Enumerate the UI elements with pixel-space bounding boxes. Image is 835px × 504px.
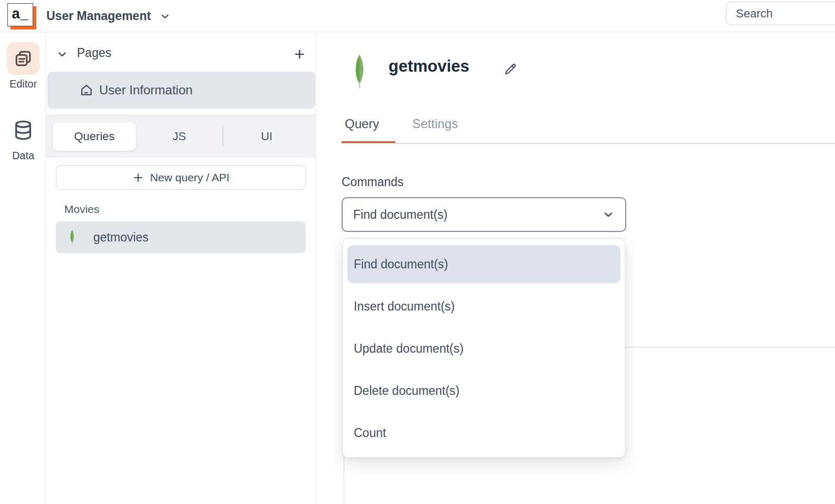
commands-label: Commands [342,175,404,189]
top-bar: a_ User Management [0,0,835,32]
sidebar-tab-strip: Queries JS UI [46,114,316,158]
home-icon [79,83,94,98]
pages-title: Pages [77,46,111,60]
query-header: getmovies [316,32,835,111]
app-name: User Management [46,9,151,23]
mongodb-leaf-icon [68,229,76,246]
pages-header: Pages + [46,42,316,67]
left-rail: Editor Data [0,32,46,504]
page-item-user-information[interactable]: User Information [47,72,315,109]
new-query-button[interactable]: New query / API [56,165,306,190]
query-title: getmovies [389,57,469,76]
query-settings-tabs: Query Settings [316,111,835,144]
tab-ui[interactable]: UI [224,130,310,143]
chevron-down-icon [159,11,171,22]
edit-name-pencil-icon[interactable] [502,61,518,77]
tabs-divider [342,143,835,144]
tab-queries[interactable]: Queries [53,122,136,151]
commands-select-value: Find document(s) [353,208,602,222]
tab-query[interactable]: Query [345,117,379,131]
rail-label-data: Data [12,150,34,162]
dropdown-option-insert[interactable]: Insert document(s) [347,287,620,325]
search-input[interactable] [726,2,835,25]
tab-js[interactable]: JS [136,130,222,143]
query-item-label: getmovies [93,230,149,245]
pages-collapse-chevron-icon[interactable] [56,48,69,61]
app-logo[interactable]: a_ [7,3,36,30]
rail-label-editor: Editor [9,78,37,90]
dropdown-option-update[interactable]: Update document(s) [347,329,620,367]
mongodb-leaf-icon [350,50,369,93]
app-window: a_ User Management Editor [0,0,835,504]
pages-icon [7,42,40,75]
commands-dropdown-menu: Find document(s) Insert document(s) Upda… [343,238,625,458]
rail-item-data[interactable]: Data [0,114,46,162]
app-name-menu[interactable]: User Management [46,0,171,32]
query-item-getmovies[interactable]: getmovies [56,221,306,253]
chevron-down-icon [602,208,615,221]
logo-icon: a_ [7,3,33,26]
page-item-label: User Information [99,83,192,98]
database-icon [7,114,40,147]
commands-select[interactable]: Find document(s) [342,197,626,232]
dropdown-option-count[interactable]: Count [347,414,620,452]
main-panel: getmovies Query Settings Commands Find d… [316,32,835,504]
add-page-button[interactable]: + [294,44,305,64]
tab-settings[interactable]: Settings [412,117,458,131]
dropdown-option-delete[interactable]: Delete document(s) [347,372,620,410]
plus-icon [132,172,144,183]
query-group-label: Movies [64,203,100,216]
sidebar: Pages + User Information Queries JS UI N… [46,32,316,504]
new-query-label: New query / API [150,171,230,184]
dropdown-option-find[interactable]: Find document(s) [347,245,620,283]
rail-item-editor[interactable]: Editor [0,42,46,90]
